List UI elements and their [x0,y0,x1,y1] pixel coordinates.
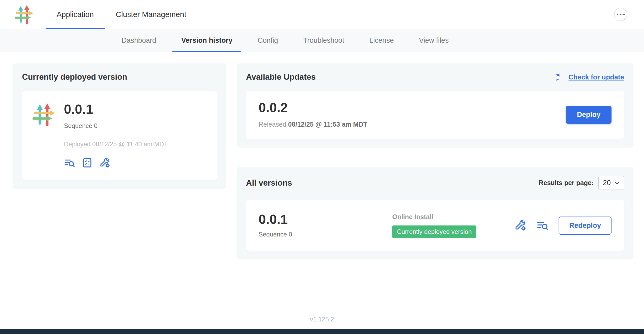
install-type: Online Install [392,213,476,221]
app-subnav: Dashboard Version history Config Trouble… [0,29,644,52]
overflow-menu-button[interactable] [614,8,627,21]
bottom-dark-bar [0,329,644,334]
subnav-item-config[interactable]: Config [249,29,287,52]
available-updates-card: Available Updates Check for update 0.0.2… [237,63,634,148]
deployed-version-details: 0.0.1 Sequence 0 Deployed 08/12/25 @ 11:… [64,103,168,168]
chevron-down-icon [614,181,620,185]
check-for-update-label: Check for update [569,73,624,81]
app-logo-icon [32,103,56,126]
all-versions-title: All versions [246,178,292,188]
version-row-version-block: 0.0.1 Sequence 0 [259,213,392,238]
page-footer: v1.125.2 [0,305,644,329]
console-version: v1.125.2 [310,316,334,323]
all-versions-card: All versions Results per page: 20 0.0 [237,167,634,260]
nav-tab-cluster-management[interactable]: Cluster Management [105,0,197,29]
subnav-item-dashboard[interactable]: Dashboard [113,29,165,52]
update-version-number: 0.0.2 [259,101,367,114]
preflight-checks-icon[interactable] [82,157,93,168]
results-per-page-value: 20 [603,179,611,187]
release-notes-icon[interactable] [537,219,549,231]
deployed-timestamp: Deployed 08/12/25 @ 11:40 am MDT [64,141,168,148]
currently-deployed-card: Currently deployed version 0.0.1 Sequenc… [13,63,226,189]
view-config-icon[interactable] [515,219,527,231]
main-content: Currently deployed version 0.0.1 Sequenc… [0,52,644,305]
row-sequence: Sequence 0 [259,231,392,238]
navbar-right [614,0,644,29]
released-prefix: Released [259,121,286,128]
results-per-page: Results per page: 20 [539,176,624,190]
nav-tab-application[interactable]: Application [46,0,105,29]
update-release-line: Released 08/12/25 @ 11:53 am MDT [259,121,367,128]
all-versions-header: All versions Results per page: 20 [246,176,624,190]
deployed-actions [64,157,168,168]
subnav-item-view-files[interactable]: View files [410,29,458,52]
nav-tab-application-label: Application [57,10,94,19]
refresh-icon [556,73,565,82]
release-notes-icon[interactable] [64,157,75,168]
deploy-button[interactable]: Deploy [566,106,612,124]
currently-deployed-badge: Currently deployed version [392,225,476,238]
subnav-item-license[interactable]: License [361,29,403,52]
version-row-actions: Redeploy [515,217,612,235]
primary-nav: Application Cluster Management [46,0,197,29]
version-row: 0.0.1 Sequence 0 Online Install Currentl… [246,200,624,251]
ellipsis-icon [617,14,618,15]
top-navbar: Application Cluster Management [0,0,644,29]
version-row-status-block: Online Install Currently deployed versio… [392,213,476,238]
right-column: Available Updates Check for update 0.0.2… [237,63,634,260]
available-update-row: 0.0.2 Released 08/12/25 @ 11:53 am MDT D… [246,91,624,139]
available-updates-header: Available Updates Check for update [246,72,624,82]
deployed-version-panel: 0.0.1 Sequence 0 Deployed 08/12/25 @ 11:… [22,91,217,180]
released-timestamp: 08/12/25 @ 11:53 am MDT [288,121,367,128]
subnav-item-version-history[interactable]: Version history [172,29,241,52]
row-version-number: 0.0.1 [259,213,392,226]
redeploy-button[interactable]: Redeploy [559,217,612,235]
nav-tab-cluster-management-label: Cluster Management [116,10,186,19]
update-details: 0.0.2 Released 08/12/25 @ 11:53 am MDT [259,101,367,128]
view-config-icon[interactable] [100,157,111,168]
deployed-card-title: Currently deployed version [22,72,217,82]
deployed-sequence: Sequence 0 [64,122,168,130]
deployed-version-number: 0.0.1 [64,103,168,116]
app-logo-icon [15,5,34,24]
check-for-update-link[interactable]: Check for update [556,73,624,82]
results-per-page-label: Results per page: [539,179,594,187]
subnav-item-troubleshoot[interactable]: Troubleshoot [294,29,353,52]
results-per-page-select[interactable]: 20 [598,176,624,190]
kots-admin-console: Application Cluster Management Dashboard… [0,0,644,334]
available-updates-title: Available Updates [246,72,316,82]
